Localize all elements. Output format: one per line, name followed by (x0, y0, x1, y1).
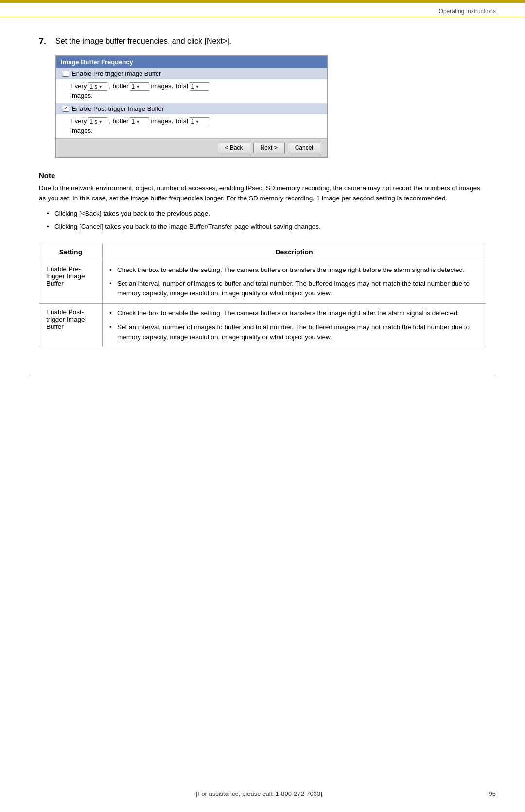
next-button[interactable]: Next > (253, 143, 285, 153)
dialog-title: Image Buffer Frequency (56, 56, 327, 68)
page-header: Operating Instructions (0, 3, 525, 17)
dialog-body: Enable Pre-trigger Image Buffer Every 1 … (56, 68, 327, 157)
post-trigger-checkbox[interactable] (63, 106, 69, 112)
post-buffer-arrow: ▼ (136, 119, 140, 124)
desc-bullet-1-1: Set an interval, number of images to buf… (109, 323, 479, 343)
pre-images-suffix: images. (56, 92, 327, 103)
pre-trigger-label: Enable Pre-trigger Image Buffer (72, 70, 161, 77)
post-buffer-label: , buffer (109, 117, 128, 125)
pre-buffer-arrow: ▼ (136, 84, 140, 89)
note-bullet-2: Clicking [Cancel] takes you back to the … (47, 222, 486, 232)
note-bullets: Clicking [<Back] takes you back to the p… (39, 209, 486, 232)
post-trigger-label: Enable Post-trigger Image Buffer (72, 105, 164, 112)
note-section: Note Due to the network environment, obj… (39, 171, 486, 232)
post-total-select[interactable]: 1 ▼ (190, 117, 209, 126)
back-button[interactable]: < Back (218, 143, 250, 153)
description-table: Setting Description Enable Pre-trigger I… (39, 244, 486, 348)
col-setting-header: Setting (39, 244, 103, 260)
post-trigger-header: Enable Post-trigger Image Buffer (56, 103, 327, 114)
step-7-line: 7. Set the image buffer frequencies, and… (39, 36, 486, 47)
pre-trigger-checkbox[interactable] (63, 71, 69, 77)
setting-cell-0: Enable Pre-trigger Image Buffer (39, 260, 103, 304)
pre-buffer-select[interactable]: 1 ▼ (130, 82, 149, 91)
post-every-label: Every (70, 117, 87, 125)
desc-cell-1: Check the box to enable the setting. The… (103, 304, 486, 347)
post-trigger-settings-row: Every 1 s ▼ , buffer 1 ▼ images. Total 1… (56, 114, 327, 127)
col-description-header: Description (103, 244, 486, 260)
pre-total-select[interactable]: 1 ▼ (190, 82, 209, 91)
setting-cell-1: Enable Post-trigger Image Buffer (39, 304, 103, 347)
header-label: Operating Instructions (439, 8, 496, 15)
pre-images-label: images. Total (151, 82, 188, 90)
desc-bullet-0-0: Check the box to enable the setting. The… (109, 265, 479, 275)
page-footer: [For assistance, please call: 1-800-272-… (0, 790, 525, 797)
image-buffer-dialog: Image Buffer Frequency Enable Pre-trigge… (55, 55, 328, 158)
pre-total-arrow: ▼ (195, 84, 200, 89)
post-total-arrow: ▼ (195, 119, 200, 124)
note-bullet-1: Clicking [<Back] takes you back to the p… (47, 209, 486, 219)
footer-divider (29, 377, 496, 377)
post-buffer-select[interactable]: 1 ▼ (130, 117, 149, 126)
pre-every-label: Every (70, 82, 87, 90)
main-content: 7. Set the image buffer frequencies, and… (0, 17, 525, 377)
note-title: Note (39, 171, 486, 180)
page-number: 95 (489, 790, 496, 797)
dialog-footer: < Back Next > Cancel (56, 138, 327, 157)
step-number: 7. (39, 36, 51, 47)
note-paragraph: Due to the network environment, object, … (39, 183, 486, 204)
desc-bullet-0-1: Set an interval, number of images to buf… (109, 279, 479, 299)
pre-buffer-label: , buffer (109, 82, 128, 90)
table-row-0: Enable Pre-trigger Image BufferCheck the… (39, 260, 486, 304)
desc-cell-0: Check the box to enable the setting. The… (103, 260, 486, 304)
pre-trigger-header: Enable Pre-trigger Image Buffer (56, 68, 327, 79)
post-images-suffix: images. (56, 127, 327, 138)
post-interval-select[interactable]: 1 s ▼ (88, 117, 107, 126)
cancel-button[interactable]: Cancel (288, 143, 320, 153)
pre-trigger-settings-row: Every 1 s ▼ , buffer 1 ▼ images. Total 1… (56, 79, 327, 92)
footer-text: [For assistance, please call: 1-800-272-… (29, 790, 489, 797)
step-text: Set the image buffer frequencies, and cl… (55, 36, 231, 46)
table-row-1: Enable Post-trigger Image BufferCheck th… (39, 304, 486, 347)
pre-interval-select[interactable]: 1 s ▼ (88, 82, 107, 91)
pre-interval-arrow: ▼ (98, 84, 103, 89)
post-interval-arrow: ▼ (98, 119, 103, 124)
post-images-label: images. Total (151, 117, 188, 125)
desc-bullet-1-0: Check the box to enable the setting. The… (109, 308, 479, 318)
